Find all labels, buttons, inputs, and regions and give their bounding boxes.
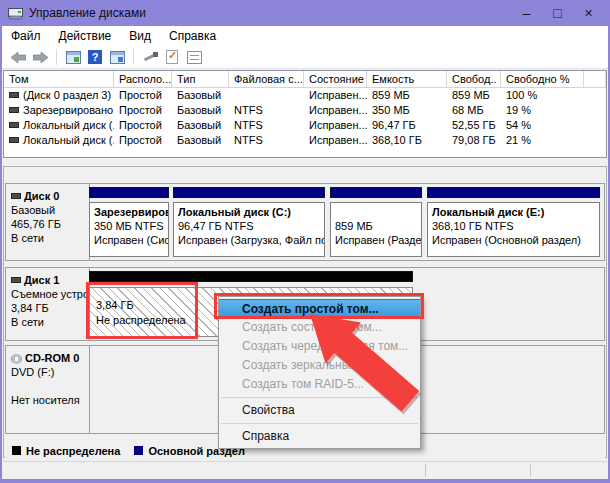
- volume-row[interactable]: Зарезервировано... Простой Базовый NTFS …: [4, 103, 606, 118]
- statusbar-divider: [425, 464, 426, 477]
- menu-item-create-raid5-volume: Создать том RAID-5...: [219, 375, 420, 394]
- partition-stripe: [89, 187, 169, 198]
- partition-stripe: [173, 187, 325, 198]
- partition-c[interactable]: Локальный диск (C:) 96,47 ГБ NTFS Исправ…: [173, 187, 325, 257]
- partition-e[interactable]: Локальный диск (E:) 368,10 ГБ NTFS Испра…: [427, 187, 600, 257]
- column-header-filesystem[interactable]: Файловая с...: [229, 71, 304, 87]
- back-icon[interactable]: [9, 49, 27, 66]
- column-header-layout[interactable]: Располо...: [114, 71, 172, 87]
- action-window-icon[interactable]: [108, 49, 126, 66]
- partition-system-reserved[interactable]: Зарезервиров 350 МБ NTFS Исправен (Сис: [89, 187, 169, 257]
- disk1-header[interactable]: Диск 1 Съемное устро 3,84 ГБ В сети: [6, 268, 90, 340]
- statusbar-divider: [530, 464, 531, 477]
- properties-icon[interactable]: [185, 49, 203, 66]
- menu-item-create-simple-volume[interactable]: Создать простой том...: [219, 299, 420, 318]
- menu-file[interactable]: Файл: [2, 26, 50, 46]
- volume-row[interactable]: Локальный диск (... Простой Базовый NTFS…: [4, 118, 606, 133]
- disk-icon: [11, 193, 21, 199]
- help-icon[interactable]: ?: [86, 49, 104, 66]
- legend-primary-swatch: [134, 446, 143, 455]
- menu-separator: [221, 423, 418, 424]
- menu-separator: [221, 397, 418, 398]
- column-header-status[interactable]: Состояние: [304, 71, 367, 87]
- toolbar-separator: [133, 49, 134, 65]
- toolbar-separator: [56, 49, 57, 65]
- volume-icon: [9, 122, 19, 128]
- column-header-capacity[interactable]: Емкость: [367, 71, 447, 87]
- window-border: [0, 479, 610, 483]
- tools-icon[interactable]: [141, 49, 159, 66]
- context-menu: Создать простой том... Создать составной…: [218, 296, 421, 449]
- partition-stripe: [427, 187, 600, 198]
- console-window-icon[interactable]: [64, 49, 82, 66]
- menu-item-properties[interactable]: Свойства: [219, 401, 420, 420]
- cd-icon: [11, 354, 22, 364]
- menu-item-create-striped-volume: Создать чередующийся том...: [219, 337, 420, 356]
- volume-icon: [9, 137, 19, 143]
- column-header-free-percent[interactable]: Свободно %: [501, 71, 584, 87]
- menu-help[interactable]: Справка: [160, 26, 225, 46]
- disk-icon: [11, 277, 21, 283]
- task-check-icon[interactable]: ✓: [163, 49, 181, 66]
- minimize-button[interactable]: –: [511, 0, 542, 26]
- volume-list-header: Том Располо... Тип Файловая с... Состоян…: [4, 71, 606, 88]
- app-icon: [8, 7, 23, 20]
- volume-icon: [9, 107, 19, 113]
- toolbar: ? ✓: [2, 46, 608, 69]
- window-border: [0, 0, 2, 483]
- disk0-row: Диск 0 Базовый 465,76 ГБ В сети Зарезерв…: [5, 183, 605, 261]
- column-header-free[interactable]: Свобод..: [447, 71, 501, 87]
- cdrom-header[interactable]: CD-ROM 0 DVD (F:) Нет носителя: [6, 346, 90, 433]
- forward-icon[interactable]: [31, 49, 49, 66]
- legend-unallocated-swatch: [12, 446, 21, 455]
- menu-view[interactable]: Вид: [120, 26, 160, 46]
- volume-row[interactable]: (Диск 0 раздел 3) Простой Базовый Исправ…: [4, 88, 606, 103]
- column-header-volume[interactable]: Том: [4, 71, 114, 87]
- column-header-empty: [584, 71, 606, 87]
- disk0-header[interactable]: Диск 0 Базовый 465,76 ГБ В сети: [6, 184, 90, 260]
- menu-action[interactable]: Действие: [50, 26, 121, 46]
- menu-item-create-spanned-volume: Создать составной том...: [219, 318, 420, 337]
- menu-item-create-mirrored-volume: Создать зеркальный том...: [219, 356, 420, 375]
- menu-item-help[interactable]: Справка: [219, 427, 420, 446]
- disk-management-window: Управление дисками – □ × Файл Действие В…: [0, 0, 610, 483]
- maximize-button[interactable]: □: [542, 0, 573, 26]
- column-header-type[interactable]: Тип: [172, 71, 229, 87]
- menubar: Файл Действие Вид Справка: [2, 26, 608, 46]
- partition-recovery[interactable]: 859 МБ Исправен (Раздел: [330, 187, 422, 257]
- volume-row[interactable]: Локальный диск (... Простой Базовый NTFS…: [4, 133, 606, 148]
- titlebar: Управление дисками – □ ×: [0, 0, 610, 26]
- window-title: Управление дисками: [29, 6, 146, 20]
- volume-icon: [9, 92, 19, 98]
- unallocated-stripe: [89, 271, 413, 282]
- volume-list: Том Располо... Тип Файловая с... Состоян…: [3, 70, 607, 158]
- legend-unallocated-label: Не распределена: [26, 445, 120, 457]
- status-bar: [3, 461, 607, 478]
- close-button[interactable]: ×: [573, 0, 604, 26]
- partition-stripe: [330, 187, 422, 198]
